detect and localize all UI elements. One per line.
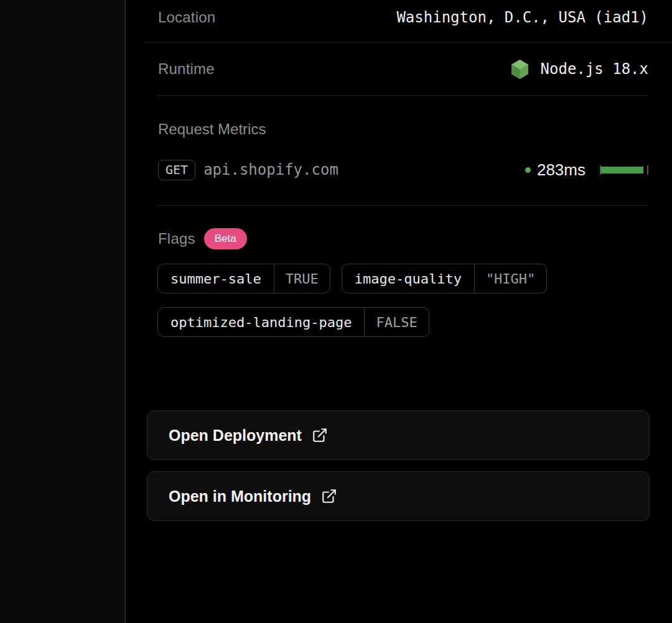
latency-value: 283ms bbox=[537, 160, 586, 180]
flag-key: image-quality bbox=[342, 264, 475, 293]
flag-value: FALSE bbox=[365, 308, 428, 336]
flag-value: TRUE bbox=[274, 264, 330, 293]
flags-label: Flags bbox=[158, 230, 195, 247]
open-deployment-label: Open Deployment bbox=[169, 427, 302, 445]
flag-key: summer-sale bbox=[158, 264, 274, 293]
request-metrics-title: Request Metrics bbox=[158, 121, 648, 138]
open-monitoring-label: Open in Monitoring bbox=[169, 487, 311, 505]
location-value: Washington, D.C., USA (iad1) bbox=[396, 9, 648, 26]
flag-value: "HIGH" bbox=[475, 264, 546, 293]
request-url: api.shopify.com bbox=[203, 161, 338, 178]
request-endpoint: GET api.shopify.com bbox=[158, 160, 338, 180]
runtime-label: Runtime bbox=[158, 60, 215, 78]
external-link-icon bbox=[321, 488, 337, 504]
flag-key: optimized-landing-page bbox=[158, 308, 365, 336]
runtime-version: Node.js 18.x bbox=[541, 60, 648, 78]
external-link-icon bbox=[312, 427, 328, 443]
http-method-badge: GET bbox=[158, 160, 195, 180]
open-monitoring-button[interactable]: Open in Monitoring bbox=[147, 471, 650, 521]
runtime-value: Node.js 18.x bbox=[510, 59, 648, 80]
flag-chip: optimized-landing-page FALSE bbox=[157, 307, 429, 337]
location-row: Location Washington, D.C., USA (iad1) bbox=[127, 0, 672, 42]
divider bbox=[157, 95, 648, 96]
flag-chip: summer-sale TRUE bbox=[157, 264, 330, 293]
nodejs-icon bbox=[510, 59, 530, 80]
flag-chips: summer-sale TRUE image-quality "HIGH" op… bbox=[157, 264, 648, 337]
action-buttons: Open Deployment Open in Monitoring bbox=[147, 410, 650, 521]
flags-header: Flags Beta bbox=[158, 226, 648, 251]
left-sidebar bbox=[0, 0, 126, 623]
flag-chip: image-quality "HIGH" bbox=[342, 264, 548, 293]
deployment-details-panel: Location Washington, D.C., USA (iad1) Ru… bbox=[127, 0, 672, 623]
runtime-row: Runtime Node.js 18.x bbox=[127, 43, 672, 95]
location-label: Location bbox=[158, 9, 215, 26]
request-row: GET api.shopify.com 283ms bbox=[127, 158, 672, 182]
divider bbox=[157, 205, 648, 206]
latency-bar-track bbox=[600, 165, 648, 175]
status-dot-icon bbox=[525, 167, 531, 173]
request-latency-group: 283ms bbox=[525, 160, 648, 180]
open-deployment-button[interactable]: Open Deployment bbox=[147, 410, 650, 460]
beta-badge: Beta bbox=[204, 228, 247, 249]
latency-bar-fill bbox=[601, 167, 643, 173]
